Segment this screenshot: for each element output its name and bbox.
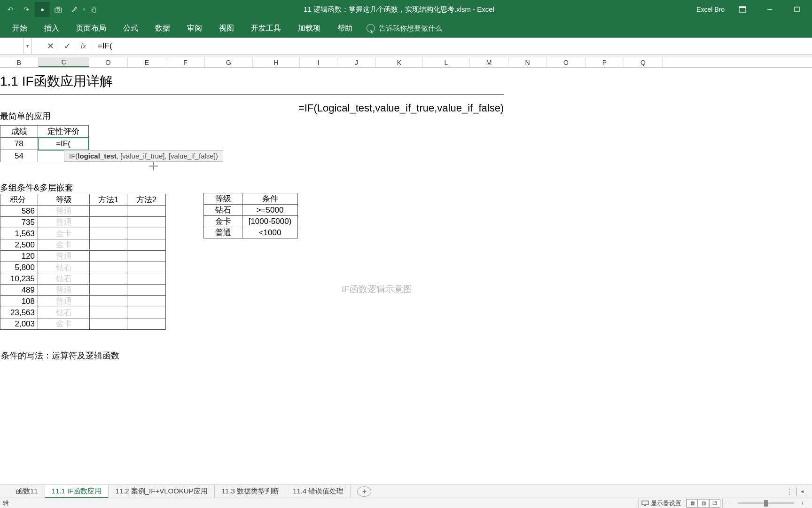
fn-tip-arg[interactable]: logical_test xyxy=(78,152,117,160)
user-name[interactable]: Excel Bro xyxy=(696,6,725,13)
cell[interactable]: [1000-5000) xyxy=(242,216,298,227)
cell[interactable] xyxy=(90,206,127,217)
tell-me-search[interactable]: 告诉我你想要做什么 xyxy=(367,24,442,33)
cell[interactable] xyxy=(90,251,127,262)
cell[interactable]: 金卡 xyxy=(204,216,242,227)
cell[interactable]: 5,800 xyxy=(0,262,38,273)
zoom-slider[interactable] xyxy=(738,502,794,504)
ribbon-tab-developer[interactable]: 开发工具 xyxy=(242,19,289,38)
cell[interactable] xyxy=(127,296,166,307)
cell[interactable] xyxy=(127,285,166,296)
qat-dropdown-icon[interactable]: ▾ xyxy=(83,6,86,13)
fx-icon[interactable]: fx xyxy=(76,38,91,54)
cell[interactable] xyxy=(127,307,166,318)
cell[interactable]: 108 xyxy=(0,296,38,307)
sheet-tab[interactable]: 函数11 xyxy=(9,485,45,498)
worksheet[interactable]: 1.1 IF函数应用详解 最简单的应用 =IF(Logical_test,val… xyxy=(0,68,812,435)
cell[interactable]: 2,003 xyxy=(0,318,38,330)
qat-camera-icon[interactable] xyxy=(51,2,66,17)
qat-undo-icon[interactable]: ↶ xyxy=(3,2,18,17)
col-header-G[interactable]: G xyxy=(205,57,253,67)
cell[interactable]: 金卡 xyxy=(38,239,90,251)
display-settings-button[interactable]: 显示器设置 xyxy=(638,498,684,508)
cell[interactable]: 735 xyxy=(0,217,38,228)
cell[interactable] xyxy=(90,285,127,296)
col-header-J[interactable]: J xyxy=(337,57,376,67)
cell[interactable]: 钻石 xyxy=(38,262,90,273)
cell[interactable]: 金卡 xyxy=(38,318,90,330)
col-header-D[interactable]: D xyxy=(89,57,128,67)
cell[interactable] xyxy=(127,251,166,262)
cell[interactable]: >=5000 xyxy=(242,205,298,216)
col-header-P[interactable]: P xyxy=(586,57,624,67)
col-header-O[interactable]: O xyxy=(547,57,586,67)
add-sheet-button[interactable]: + xyxy=(357,486,371,497)
cell[interactable]: 489 xyxy=(0,285,38,296)
cell[interactable]: 普通 xyxy=(204,227,242,238)
view-pagebreak-icon[interactable]: 凹 xyxy=(709,499,720,508)
cell[interactable]: 普通 xyxy=(38,217,90,228)
cell[interactable]: 54 xyxy=(0,150,38,162)
sheet-tab[interactable]: 11.1 IF函数应用 xyxy=(45,485,109,498)
col-header-I[interactable]: I xyxy=(300,57,337,67)
cell[interactable]: <1000 xyxy=(242,227,298,238)
qat-touch-icon[interactable] xyxy=(86,2,102,17)
sheet-tab[interactable]: 11.4 错误值处理 xyxy=(286,485,351,498)
minimize-icon[interactable] xyxy=(760,2,779,17)
tab-options-icon[interactable]: ⋮ xyxy=(786,487,793,496)
col-header-F[interactable]: F xyxy=(166,57,205,67)
ribbon-tab-help[interactable]: 帮助 xyxy=(329,19,361,38)
cell[interactable] xyxy=(90,239,127,251)
col-header-L[interactable]: L xyxy=(423,57,470,67)
name-box[interactable] xyxy=(0,38,23,54)
ribbon-tab-data[interactable]: 数据 xyxy=(147,19,179,38)
qat-save-icon[interactable]: ● xyxy=(35,2,50,17)
enter-formula-icon[interactable]: ✓ xyxy=(59,38,76,54)
cell[interactable]: 23,563 xyxy=(0,307,38,318)
cell[interactable] xyxy=(90,318,127,330)
cell[interactable] xyxy=(127,206,166,217)
cell[interactable] xyxy=(127,217,166,228)
name-box-dropdown-icon[interactable]: ▾ xyxy=(23,38,32,54)
cell[interactable]: 78 xyxy=(0,138,38,150)
ribbon-tab-pagelayout[interactable]: 页面布局 xyxy=(68,19,115,38)
cell[interactable]: 金卡 xyxy=(38,228,90,239)
col-header-N[interactable]: N xyxy=(508,57,547,67)
cell[interactable] xyxy=(127,239,166,251)
cell[interactable]: 2,500 xyxy=(0,239,38,251)
cell[interactable]: 普通 xyxy=(38,285,90,296)
col-header-H[interactable]: H xyxy=(253,57,300,67)
zoom-out-button[interactable]: − xyxy=(726,500,733,507)
col-header-K[interactable]: K xyxy=(376,57,423,67)
ribbon-tab-formulas[interactable]: 公式 xyxy=(115,19,147,38)
col-header-C[interactable]: C xyxy=(39,57,89,67)
maximize-icon[interactable] xyxy=(788,2,806,17)
zoom-in-button[interactable]: + xyxy=(799,500,806,507)
cell[interactable]: 普通 xyxy=(38,296,90,307)
cell[interactable]: 586 xyxy=(0,206,38,217)
ribbon-tab-addins[interactable]: 加载项 xyxy=(289,19,329,38)
cell[interactable]: =IF( xyxy=(38,138,89,150)
ribbon-tab-home[interactable]: 开始 xyxy=(4,19,36,38)
scroll-left-icon[interactable]: ◄ xyxy=(796,488,808,495)
view-pagelayout-icon[interactable]: ▥ xyxy=(698,499,709,508)
qat-brush-icon[interactable] xyxy=(67,2,82,17)
cell[interactable]: 10,235 xyxy=(0,273,38,285)
cell[interactable]: 120 xyxy=(0,251,38,262)
ribbon-tab-insert[interactable]: 插入 xyxy=(36,19,68,38)
cell[interactable] xyxy=(90,228,127,239)
cell[interactable] xyxy=(127,273,166,285)
col-header-M[interactable]: M xyxy=(470,57,508,67)
cell[interactable] xyxy=(127,262,166,273)
cell[interactable] xyxy=(127,318,166,330)
cell[interactable] xyxy=(90,296,127,307)
col-header-Q[interactable]: Q xyxy=(624,57,663,67)
cell[interactable] xyxy=(90,273,127,285)
cell[interactable]: 普通 xyxy=(38,206,90,217)
cell[interactable]: 钻石 xyxy=(38,307,90,318)
ribbon-tab-review[interactable]: 审阅 xyxy=(179,19,211,38)
cell[interactable]: 普通 xyxy=(38,251,90,262)
sheet-tab[interactable]: 11.2 案例_IF+VLOOKUP应用 xyxy=(109,485,214,498)
cell[interactable] xyxy=(90,307,127,318)
function-tooltip[interactable]: IF(logical_test, [value_if_true], [value… xyxy=(64,150,223,162)
